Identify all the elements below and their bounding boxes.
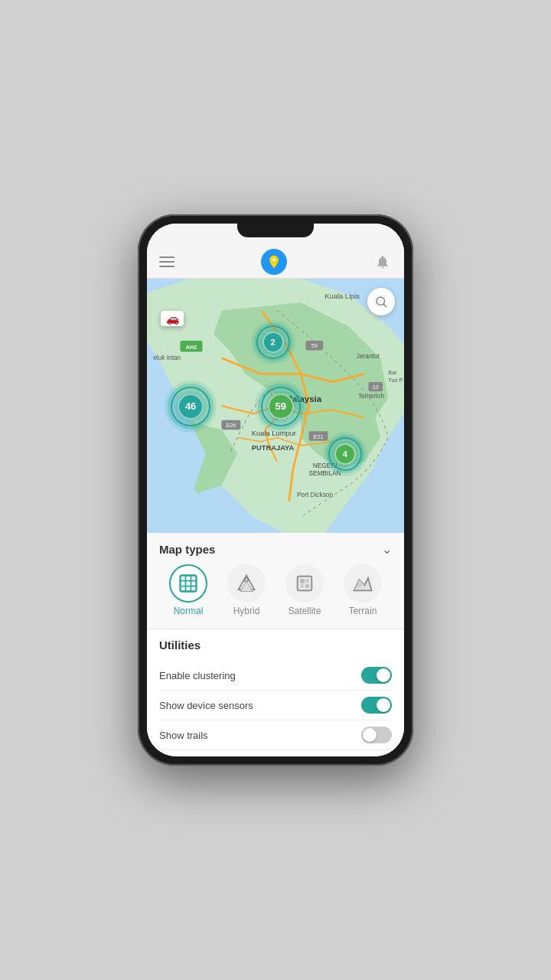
- map-search-button[interactable]: [367, 288, 395, 315]
- svg-text:SEMBILAN: SEMBILAN: [309, 469, 341, 477]
- app-header: [147, 245, 404, 279]
- map-type-options: Normal Hybrid: [159, 564, 392, 622]
- map-type-normal[interactable]: Normal: [165, 564, 211, 616]
- svg-text:E21: E21: [314, 433, 324, 440]
- car-marker: 🚗: [161, 311, 184, 326]
- map-types-section: Map types ⌄ Normal: [147, 533, 404, 629]
- cluster-marker-59[interactable]: 59: [262, 388, 299, 425]
- svg-point-0: [272, 258, 276, 261]
- svg-text:10: 10: [373, 384, 379, 390]
- svg-text:Tun P: Tun P: [388, 377, 403, 384]
- svg-text:eluk Intan: eluk Intan: [153, 354, 181, 361]
- map-type-satellite[interactable]: Satellite: [282, 564, 328, 616]
- terrain-label: Terrain: [349, 606, 377, 616]
- svg-text:Jerantut: Jerantut: [357, 352, 380, 360]
- cluster-marker-46[interactable]: 46: [172, 388, 209, 425]
- svg-text:Kuala Lumpur: Kuala Lumpur: [252, 430, 296, 437]
- svg-rect-29: [181, 576, 197, 592]
- svg-text:Bar: Bar: [388, 369, 397, 376]
- map-type-terrain[interactable]: Terrain: [340, 564, 386, 616]
- svg-text:Temerloh: Temerloh: [358, 392, 385, 400]
- status-bar: [147, 224, 404, 245]
- map-types-header: Map types ⌄: [159, 542, 392, 557]
- sensors-toggle[interactable]: [361, 697, 392, 714]
- cluster-marker-4[interactable]: 4: [330, 439, 360, 469]
- utility-sensors-row: Show device sensors: [159, 691, 392, 720]
- svg-text:Port Dickson: Port Dickson: [297, 491, 333, 498]
- hybrid-label: Hybrid: [233, 606, 260, 616]
- bottom-panel: Map types ⌄ Normal: [147, 533, 404, 756]
- svg-text:AH2: AH2: [186, 344, 197, 351]
- svg-rect-35: [305, 579, 309, 583]
- cluster-marker-2[interactable]: 2: [258, 327, 289, 358]
- map-type-hybrid[interactable]: Hybrid: [223, 564, 269, 616]
- clustering-toggle[interactable]: [361, 667, 392, 684]
- chevron-down-icon[interactable]: ⌄: [382, 542, 392, 557]
- utilities-title: Utilities: [159, 639, 392, 652]
- svg-rect-36: [300, 584, 304, 588]
- notch: [237, 224, 314, 237]
- satellite-icon-circle: [285, 564, 324, 603]
- clustering-label: Enable clustering: [159, 670, 236, 681]
- trails-toggle[interactable]: [361, 727, 392, 743]
- svg-text:Kuala Lipis: Kuala Lipis: [324, 292, 360, 300]
- svg-rect-34: [300, 579, 305, 583]
- utility-clustering-row: Enable clustering: [159, 661, 392, 691]
- notifications-button[interactable]: [373, 253, 392, 271]
- utility-trails-row: Show trails: [159, 720, 392, 750]
- map-view[interactable]: AH2 59 E26 E21 10 Kuala Lipis Jerantut e…: [147, 279, 404, 533]
- utilities-section: Utilities Enable clustering Show device …: [147, 629, 404, 756]
- map-types-title: Map types: [159, 543, 215, 556]
- menu-button[interactable]: [159, 256, 174, 267]
- normal-icon-circle: [169, 564, 207, 603]
- phone-frame: AH2 59 E26 E21 10 Kuala Lipis Jerantut e…: [138, 214, 413, 766]
- app-logo: [261, 249, 287, 275]
- sensors-label: Show device sensors: [159, 700, 253, 711]
- hybrid-icon-circle: [227, 564, 266, 603]
- trails-label: Show trails: [159, 730, 208, 741]
- terrain-icon-circle: [344, 564, 382, 603]
- svg-text:E26: E26: [226, 422, 236, 429]
- satellite-label: Satellite: [289, 606, 321, 616]
- svg-line-28: [383, 304, 386, 306]
- phone-screen: AH2 59 E26 E21 10 Kuala Lipis Jerantut e…: [147, 224, 404, 756]
- svg-rect-37: [305, 584, 309, 588]
- svg-text:PUTRAJAYA: PUTRAJAYA: [252, 444, 295, 452]
- normal-label: Normal: [174, 606, 204, 616]
